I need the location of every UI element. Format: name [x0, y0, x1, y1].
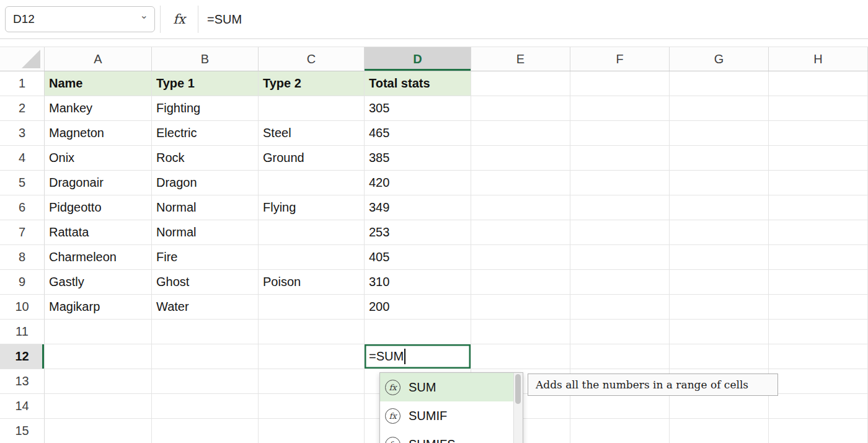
cell-A12[interactable] — [45, 344, 152, 369]
column-header-E[interactable]: E — [471, 47, 570, 71]
cell-D1[interactable]: Total stats — [365, 71, 471, 96]
cell-D8[interactable]: 405 — [365, 245, 471, 270]
row-header-2[interactable]: 2 — [0, 96, 45, 121]
row-header-9[interactable]: 9 — [0, 270, 45, 295]
column-header-D[interactable]: D — [365, 47, 471, 71]
cell-C3[interactable]: Steel — [259, 121, 365, 146]
cell-F6[interactable] — [570, 195, 670, 220]
cell-G15[interactable] — [670, 419, 769, 443]
cell-C12[interactable] — [259, 344, 365, 369]
cell-D9[interactable]: 310 — [365, 270, 471, 295]
cell-A3[interactable]: Magneton — [45, 121, 152, 146]
column-header-A[interactable]: A — [45, 47, 152, 71]
cell-B4[interactable]: Rock — [152, 146, 259, 171]
row-header-6[interactable]: 6 — [0, 195, 45, 220]
cell-H10[interactable] — [769, 295, 868, 320]
column-header-B[interactable]: B — [152, 47, 259, 71]
cell-F2[interactable] — [570, 96, 670, 121]
cell-C14[interactable] — [259, 394, 365, 419]
row-header-5[interactable]: 5 — [0, 171, 45, 195]
cell-H7[interactable] — [769, 220, 868, 245]
cell-C9[interactable]: Poison — [259, 270, 365, 295]
cell-H1[interactable] — [769, 71, 868, 96]
cell-E12[interactable] — [471, 344, 570, 369]
cell-H4[interactable] — [769, 146, 868, 171]
column-header-G[interactable]: G — [670, 47, 769, 71]
cell-E5[interactable] — [471, 171, 570, 195]
cell-C10[interactable] — [259, 295, 365, 320]
cell-H6[interactable] — [769, 195, 868, 220]
cell-D11[interactable] — [365, 320, 471, 344]
cell-A6[interactable]: Pidgeotto — [45, 195, 152, 220]
cell-C5[interactable] — [259, 171, 365, 195]
column-header-H[interactable]: H — [769, 47, 868, 71]
row-header-8[interactable]: 8 — [0, 245, 45, 270]
autocomplete-item-SUMIF[interactable]: fxSUMIF — [380, 401, 513, 430]
name-box[interactable]: D12 ⌄ — [5, 6, 155, 32]
cell-F9[interactable] — [570, 270, 670, 295]
row-header-12[interactable]: 12 — [0, 344, 45, 369]
cell-H13[interactable] — [769, 369, 868, 394]
cell-H3[interactable] — [769, 121, 868, 146]
chevron-down-icon[interactable]: ⌄ — [140, 11, 148, 20]
cell-B15[interactable] — [152, 419, 259, 443]
cell-A7[interactable]: Rattata — [45, 220, 152, 245]
cell-G10[interactable] — [670, 295, 769, 320]
cell-G9[interactable] — [670, 270, 769, 295]
cell-G3[interactable] — [670, 121, 769, 146]
cell-B2[interactable]: Fighting — [152, 96, 259, 121]
cell-A4[interactable]: Onix — [45, 146, 152, 171]
column-header-C[interactable]: C — [259, 47, 365, 71]
select-all-corner[interactable] — [0, 47, 45, 71]
cell-E11[interactable] — [471, 320, 570, 344]
cell-G4[interactable] — [670, 146, 769, 171]
column-header-F[interactable]: F — [570, 47, 670, 71]
cell-B11[interactable] — [152, 320, 259, 344]
row-header-13[interactable]: 13 — [0, 369, 45, 394]
cell-F3[interactable] — [570, 121, 670, 146]
cell-F11[interactable] — [570, 320, 670, 344]
cell-H12[interactable] — [769, 344, 868, 369]
cell-F4[interactable] — [570, 146, 670, 171]
scrollbar-thumb[interactable] — [515, 374, 521, 404]
cell-C7[interactable] — [259, 220, 365, 245]
cell-H5[interactable] — [769, 171, 868, 195]
cell-G7[interactable] — [670, 220, 769, 245]
cell-H9[interactable] — [769, 270, 868, 295]
cell-E1[interactable] — [471, 71, 570, 96]
cell-A1[interactable]: Name — [45, 71, 152, 96]
cell-E2[interactable] — [471, 96, 570, 121]
row-header-11[interactable]: 11 — [0, 320, 45, 344]
cell-B13[interactable] — [152, 369, 259, 394]
cell-E4[interactable] — [471, 146, 570, 171]
cell-E10[interactable] — [471, 295, 570, 320]
row-header-14[interactable]: 14 — [0, 394, 45, 419]
row-header-1[interactable]: 1 — [0, 71, 45, 96]
cell-H11[interactable] — [769, 320, 868, 344]
cell-H8[interactable] — [769, 245, 868, 270]
cell-B14[interactable] — [152, 394, 259, 419]
cell-G8[interactable] — [670, 245, 769, 270]
cell-E3[interactable] — [471, 121, 570, 146]
cell-A11[interactable] — [45, 320, 152, 344]
cell-G2[interactable] — [670, 96, 769, 121]
cell-E7[interactable] — [471, 220, 570, 245]
cell-G6[interactable] — [670, 195, 769, 220]
cell-F10[interactable] — [570, 295, 670, 320]
cell-H15[interactable] — [769, 419, 868, 443]
cell-A9[interactable]: Gastly — [45, 270, 152, 295]
cell-D2[interactable]: 305 — [365, 96, 471, 121]
cell-F12[interactable] — [570, 344, 670, 369]
cell-D5[interactable]: 420 — [365, 171, 471, 195]
cell-B7[interactable]: Normal — [152, 220, 259, 245]
cell-G11[interactable] — [670, 320, 769, 344]
cell-B12[interactable] — [152, 344, 259, 369]
cell-B9[interactable]: Ghost — [152, 270, 259, 295]
cell-B1[interactable]: Type 1 — [152, 71, 259, 96]
cell-A2[interactable]: Mankey — [45, 96, 152, 121]
autocomplete-scrollbar[interactable] — [513, 373, 523, 443]
cell-A14[interactable] — [45, 394, 152, 419]
cell-A10[interactable]: Magikarp — [45, 295, 152, 320]
cell-G1[interactable] — [670, 71, 769, 96]
cell-G5[interactable] — [670, 171, 769, 195]
